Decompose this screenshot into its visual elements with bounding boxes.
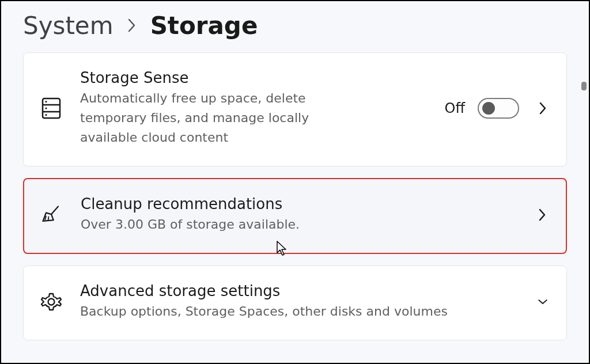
settings-content: Storage Sense Automatically free up spac… <box>1 52 589 340</box>
chevron-right-icon <box>127 14 137 37</box>
breadcrumb-parent[interactable]: System <box>23 12 114 40</box>
page-title: Storage <box>150 12 258 40</box>
gear-icon <box>40 290 63 313</box>
advanced-text: Advanced storage settings Backup options… <box>80 282 515 321</box>
storage-sense-card[interactable]: Storage Sense Automatically free up spac… <box>23 52 567 166</box>
cleanup-controls <box>531 210 547 220</box>
advanced-desc: Backup options, Storage Spaces, other di… <box>80 302 472 321</box>
svg-point-3 <box>45 101 47 103</box>
breadcrumb: System Storage <box>1 1 589 52</box>
storage-sense-title: Storage Sense <box>80 69 428 86</box>
cleanup-text: Cleanup recommendations Over 3.00 GB of … <box>81 195 514 234</box>
storage-sense-toggle[interactable] <box>478 98 519 119</box>
storage-sense-text: Storage Sense Automatically free up spac… <box>80 69 428 147</box>
storage-sense-desc: Automatically free up space, delete temp… <box>80 89 322 147</box>
cleanup-desc: Over 3.00 GB of storage available. <box>81 215 472 234</box>
storage-sense-controls: Off <box>445 98 548 119</box>
advanced-storage-card[interactable]: Advanced storage settings Backup options… <box>23 266 567 340</box>
svg-point-4 <box>45 108 47 109</box>
chevron-down-icon[interactable] <box>538 297 548 307</box>
advanced-controls <box>532 297 548 307</box>
svg-point-9 <box>48 299 55 305</box>
advanced-title: Advanced storage settings <box>80 282 515 299</box>
cleanup-title: Cleanup recommendations <box>81 195 514 213</box>
chevron-right-icon[interactable] <box>538 103 548 113</box>
cleanup-recommendations-card[interactable]: Cleanup recommendations Over 3.00 GB of … <box>23 178 567 254</box>
scrollbar[interactable] <box>581 82 587 90</box>
svg-line-8 <box>48 217 49 220</box>
broom-icon <box>40 203 63 226</box>
drive-icon <box>40 97 63 120</box>
toggle-knob <box>482 102 495 115</box>
svg-point-5 <box>45 114 47 116</box>
chevron-right-icon[interactable] <box>537 210 547 220</box>
svg-line-6 <box>51 207 58 215</box>
toggle-state-label: Off <box>445 100 465 116</box>
